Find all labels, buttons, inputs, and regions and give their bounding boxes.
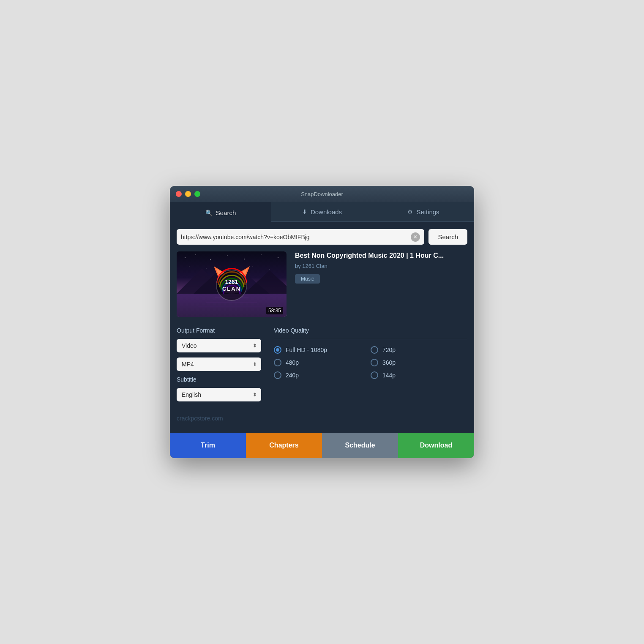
main-content: ✕ Search [170,222,474,433]
video-timestamp: 58:35 [266,307,283,314]
quality-360p-label: 360p [382,359,396,366]
download-button[interactable]: Download [398,433,474,458]
url-input-wrapper: ✕ [177,229,424,245]
tab-bar: 🔍 Search ⬇ Downloads ⚙ Settings [170,202,474,222]
quality-1080p[interactable]: Full HD - 1080p [274,346,371,354]
radio-360p[interactable] [371,359,378,366]
quality-480p-label: 480p [286,359,299,366]
bottom-bar: Trim Chapters Schedule Download [170,433,474,458]
svg-point-1 [185,257,186,258]
tab-search[interactable]: 🔍 Search [170,202,271,222]
video-info: Best Non Copyrighted Music 2020 | 1 Hour… [295,251,467,317]
video-author: by 1261 Clan [295,263,467,269]
search-button[interactable]: Search [428,229,467,245]
subtitle-select-wrapper: English None Spanish ⬍ [177,388,261,401]
quality-360p[interactable]: 360p [371,359,467,366]
search-tab-icon: 🔍 [205,210,213,216]
svg-point-9 [206,268,207,269]
quality-grid: Full HD - 1080p 720p 480p 360p [274,346,467,379]
close-button[interactable] [176,191,182,197]
title-bar: SnapDownloader [170,186,474,202]
right-options: Video Quality Full HD - 1080p 720p 480p [274,327,467,407]
video-logo: 1261 CLAN [214,264,250,304]
window-title: SnapDownloader [301,191,343,197]
quality-divider [274,339,467,339]
svg-point-5 [244,259,245,259]
svg-point-25 [216,270,247,300]
quality-1080p-label: Full HD - 1080p [286,347,327,353]
window-controls [176,191,200,197]
radio-480p[interactable] [274,359,281,366]
subtitle-label: Subtitle [177,376,261,383]
maximize-button[interactable] [194,191,200,197]
settings-tab-icon: ⚙ [407,208,413,215]
logo-svg: 1261 CLAN [214,264,250,304]
quality-240p[interactable]: 240p [274,371,371,379]
quality-480p[interactable]: 480p [274,359,371,366]
quality-144p[interactable]: 144p [371,371,467,379]
watermark-text: crackpcstore.com [177,415,467,422]
quality-720p-label: 720p [382,347,396,353]
svg-point-2 [195,254,196,255]
svg-text:1261: 1261 [225,278,238,285]
quality-label: Video Quality [274,327,467,334]
tab-settings-label: Settings [416,208,439,216]
left-options: Output Format Video Audio MP3 ⬍ MP4 MKV … [177,327,261,407]
svg-point-7 [278,257,278,258]
tab-downloads-label: Downloads [311,208,342,216]
container-select[interactable]: MP4 MKV AVI [177,357,261,371]
svg-point-4 [227,255,228,256]
format-select-wrapper: Video Audio MP3 ⬍ [177,339,261,352]
video-title: Best Non Copyrighted Music 2020 | 1 Hour… [295,251,467,260]
subtitle-select[interactable]: English None Spanish [177,388,261,401]
minimize-button[interactable] [185,191,191,197]
quality-144p-label: 144p [382,372,396,379]
category-badge: Music [295,274,320,284]
options-section: Output Format Video Audio MP3 ⬍ MP4 MKV … [177,327,467,407]
search-bar: ✕ Search [177,229,467,245]
video-section: 1261 CLAN 58:35 Best Non Copyrighted Mus… [177,251,467,317]
output-format-label: Output Format [177,327,261,334]
svg-point-6 [261,254,262,255]
container-select-wrapper: MP4 MKV AVI ⬍ [177,357,261,371]
tab-downloads[interactable]: ⬇ Downloads [271,202,373,222]
downloads-tab-icon: ⬇ [302,208,307,215]
radio-240p[interactable] [274,371,281,379]
svg-point-11 [270,269,270,270]
chapters-button[interactable]: Chapters [246,433,322,458]
format-select[interactable]: Video Audio MP3 [177,339,261,352]
clear-url-button[interactable]: ✕ [411,232,420,242]
app-window: SnapDownloader 🔍 Search ⬇ Downloads ⚙ Se… [170,186,474,458]
quality-240p-label: 240p [286,372,299,379]
radio-720p[interactable] [371,346,378,354]
trim-button[interactable]: Trim [170,433,246,458]
video-thumbnail: 1261 CLAN 58:35 [177,251,287,317]
svg-point-10 [253,266,253,267]
svg-point-8 [189,266,190,267]
svg-text:CLAN: CLAN [222,286,240,292]
url-input[interactable] [181,229,411,245]
quality-720p[interactable]: 720p [371,346,467,354]
schedule-button[interactable]: Schedule [322,433,398,458]
tab-settings[interactable]: ⚙ Settings [373,202,474,222]
radio-144p[interactable] [371,371,378,379]
tab-search-label: Search [216,209,236,216]
radio-1080p[interactable] [274,346,281,354]
svg-point-3 [210,259,211,260]
